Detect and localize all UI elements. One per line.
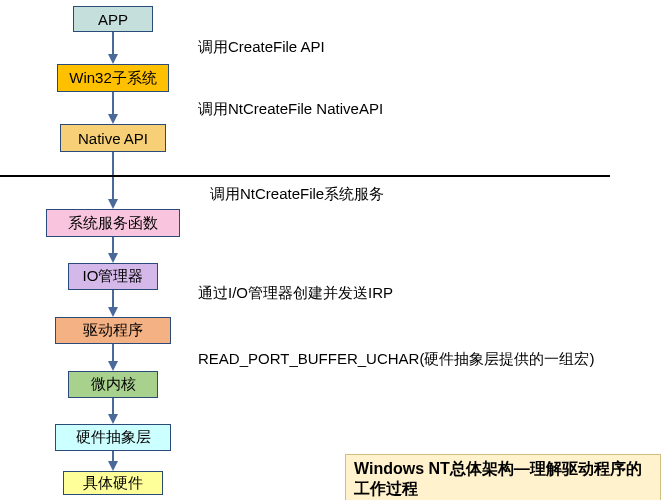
box-win32-label: Win32子系统 [69, 69, 157, 88]
arrow-svc-iomgr-line [112, 237, 114, 253]
box-kernel: 微内核 [68, 371, 158, 398]
box-driver-label: 驱动程序 [83, 321, 143, 340]
arrow-win32-native-head [108, 114, 118, 124]
box-hal: 硬件抽象层 [55, 424, 171, 451]
diagram-caption: Windows NT总体架构—理解驱动程序的工作过程 [345, 454, 661, 500]
arrow-svc-iomgr-head [108, 253, 118, 263]
box-native: Native API [60, 124, 166, 152]
box-app: APP [73, 6, 153, 32]
box-svc: 系统服务函数 [46, 209, 180, 237]
arrow-driver-kernel-head [108, 361, 118, 371]
label-ntcreatefile-api: 调用NtCreateFile NativeAPI [198, 100, 383, 119]
arrow-win32-native-line [112, 92, 114, 114]
arrow-driver-kernel-line [112, 344, 114, 361]
arrow-app-win32-line [112, 32, 114, 54]
box-svc-label: 系统服务函数 [68, 214, 158, 233]
arrow-native-svc-head [108, 199, 118, 209]
box-iomgr: IO管理器 [68, 263, 158, 290]
arrow-hal-hw-head [108, 461, 118, 471]
box-app-label: APP [98, 11, 128, 28]
label-readport: READ_PORT_BUFFER_UCHAR(硬件抽象层提供的一组宏) [198, 350, 594, 369]
box-win32: Win32子系统 [57, 64, 169, 92]
arrow-kernel-hal-head [108, 414, 118, 424]
box-hw: 具体硬件 [63, 471, 163, 495]
box-hw-label: 具体硬件 [83, 474, 143, 493]
box-native-label: Native API [78, 130, 148, 147]
box-driver: 驱动程序 [55, 317, 171, 344]
box-hal-label: 硬件抽象层 [76, 428, 151, 447]
arrow-iomgr-driver-head [108, 307, 118, 317]
arrow-app-win32-head [108, 54, 118, 64]
box-kernel-label: 微内核 [91, 375, 136, 394]
caption-text: Windows NT总体架构—理解驱动程序的工作过程 [354, 460, 642, 497]
label-irp: 通过I/O管理器创建并发送IRP [198, 284, 393, 303]
arrow-iomgr-driver-line [112, 290, 114, 307]
label-createfile: 调用CreateFile API [198, 38, 325, 57]
label-ntcreatefile-svc: 调用NtCreateFile系统服务 [210, 185, 384, 204]
box-iomgr-label: IO管理器 [83, 267, 144, 286]
arrow-kernel-hal-line [112, 398, 114, 414]
user-kernel-divider [0, 175, 610, 177]
